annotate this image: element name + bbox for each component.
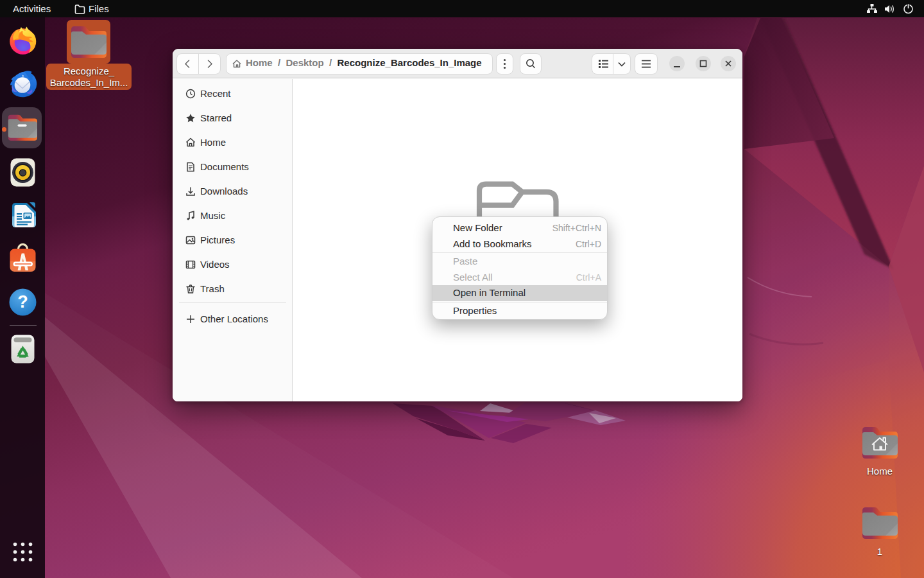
svg-text:?: ?: [17, 292, 28, 311]
